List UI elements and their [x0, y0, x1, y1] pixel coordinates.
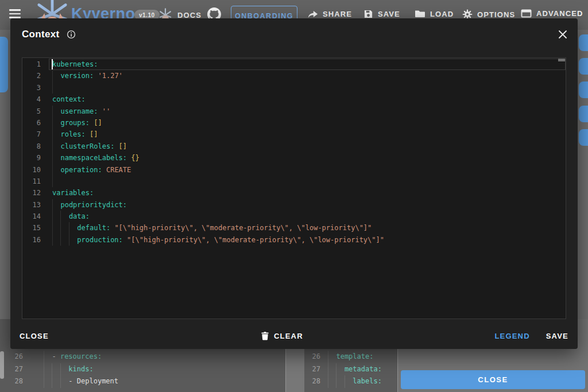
dialog-save-button[interactable]: SAVE: [546, 332, 568, 340]
indent-guide: [52, 176, 53, 187]
line-number: 10: [22, 164, 41, 176]
line-number: 2: [22, 70, 41, 81]
editor-line: 7 roles: []: [22, 129, 566, 140]
dialog-title: Context: [22, 29, 59, 40]
line-number: 14: [22, 211, 41, 222]
trash-icon: [261, 332, 269, 340]
dialog-close-label: CLOSE: [20, 332, 49, 340]
editor-line: 10 operation: CREATE: [22, 164, 566, 176]
line-number: 4: [22, 94, 41, 105]
line-number: 8: [22, 141, 41, 152]
editor-line: 8 clusterRoles: []: [22, 141, 566, 152]
editor-line: 14 data:: [22, 211, 566, 222]
clear-label: CLEAR: [274, 332, 303, 340]
line-number: 16: [22, 234, 41, 246]
editor-line: 6 groups: []: [22, 117, 566, 129]
line-number: 6: [22, 117, 41, 129]
dialog-save-label: SAVE: [546, 332, 568, 340]
editor-line: 2 version: '1.27': [22, 70, 566, 81]
dialog-header: Context: [10, 18, 578, 51]
editor-line: 13 podprioritydict:: [22, 199, 566, 211]
editor-line: 11: [22, 176, 566, 187]
editor-scrollbar[interactable]: [558, 59, 565, 61]
screen: Kyverno v1.10 DOCS O: [0, 0, 588, 392]
line-number: 7: [22, 129, 41, 140]
line-number: 15: [22, 222, 41, 234]
editor-line: 15 default: "[\"high-priority\", \"moder…: [22, 222, 566, 234]
info-icon[interactable]: [67, 30, 76, 39]
editor-line: 1kubernetes:: [22, 59, 566, 70]
indent-guide: [52, 82, 53, 94]
line-number: 9: [22, 152, 41, 164]
line-number: 13: [22, 199, 41, 211]
editor-line: 3: [22, 82, 566, 94]
dialog-footer: CLOSE CLEAR LEGEND SAVE: [10, 323, 578, 349]
text-cursor: [52, 59, 53, 69]
editor-line: 12variables:: [22, 187, 566, 199]
clear-button[interactable]: CLEAR: [261, 332, 303, 340]
context-dialog: Context 1kubernetes:2 version: '1.27'34c…: [10, 18, 578, 349]
editor-line: 16 production: "[\"high-priority\", \"mo…: [22, 234, 566, 246]
line-number: 5: [22, 106, 41, 117]
legend-button[interactable]: LEGEND: [494, 332, 529, 340]
line-number: 11: [22, 176, 41, 187]
close-icon[interactable]: [558, 30, 567, 39]
line-number: 3: [22, 82, 41, 94]
line-number: 12: [22, 187, 41, 199]
legend-label: LEGEND: [494, 332, 529, 340]
line-number: 1: [22, 59, 41, 70]
editor-line: 5 username: '': [22, 106, 566, 117]
dialog-close-button[interactable]: CLOSE: [20, 332, 49, 340]
context-editor[interactable]: 1kubernetes:2 version: '1.27'34context:5…: [22, 57, 566, 319]
editor-line: 4context:: [22, 94, 566, 105]
editor-line: 9 namespaceLabels: {}: [22, 152, 566, 164]
